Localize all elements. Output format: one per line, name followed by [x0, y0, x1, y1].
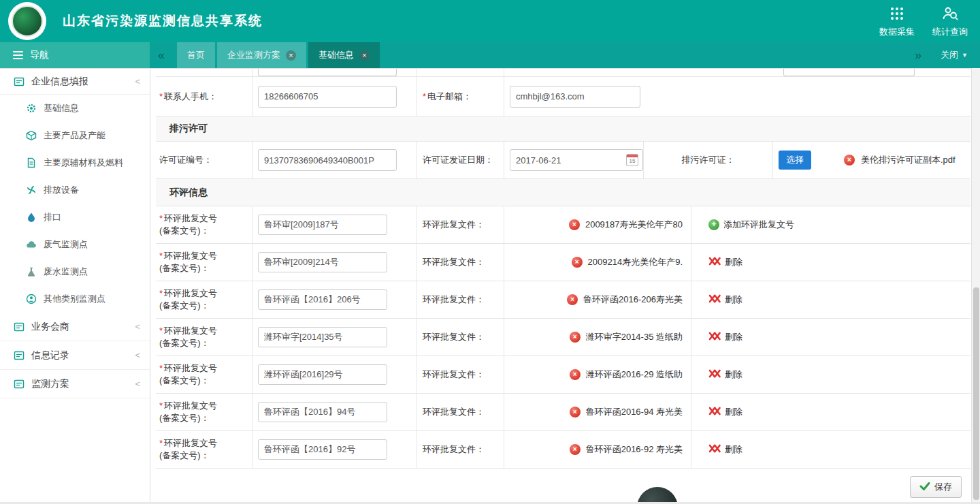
delete-label: 删除 — [725, 443, 742, 456]
calendar-icon[interactable]: 15 — [626, 154, 638, 166]
remove-file-icon[interactable]: × — [569, 219, 580, 230]
tab-enterprise-plan[interactable]: 企业监测方案 × — [217, 42, 306, 68]
eia-file-link[interactable]: 潍环审字2014-35 造纸助 — [586, 331, 683, 343]
tab-home[interactable]: 首页 — [177, 42, 215, 68]
tabs-scroll-left-icon[interactable]: « — [158, 42, 165, 68]
eia-file-label: 环评批复文件： — [423, 219, 485, 231]
eia-label-line2: (备案文号)： — [159, 337, 217, 349]
eia-label-line1: 环评批复文号 — [164, 213, 217, 223]
sidebar-group-enterprise-report[interactable]: 企业信息填报 < — [0, 69, 150, 95]
sidebar-group-info-record[interactable]: 信息记录 < — [0, 341, 150, 370]
scrollbar-thumb[interactable] — [973, 287, 979, 500]
delete-row-button[interactable]: 删除 — [708, 368, 742, 381]
cell: 删除 — [691, 431, 970, 468]
eia-file-link[interactable]: 鲁环评函2016-92 寿光美 — [586, 443, 683, 456]
eia-file-label: 环评批复文件： — [423, 406, 485, 418]
item-label: 废水监测点 — [44, 266, 88, 278]
delete-row-button[interactable]: 删除 — [708, 256, 742, 268]
cell: 2017-06-21 15 — [504, 142, 644, 178]
remove-file-icon[interactable]: × — [567, 294, 578, 305]
close-tab-icon[interactable]: × — [286, 50, 296, 61]
sidebar-item-gas-points[interactable]: 废气监测点 — [0, 231, 150, 258]
person-circle-icon — [26, 294, 37, 304]
required-mark: * — [159, 288, 163, 298]
delete-row-button[interactable]: 删除 — [708, 331, 742, 343]
sidebar-group-monitor-plan[interactable]: 监测方案 < — [0, 370, 150, 398]
nav-label: 导航 — [30, 49, 49, 61]
remove-file-icon[interactable]: × — [570, 332, 581, 343]
remove-file-icon[interactable]: × — [570, 444, 581, 455]
eia-section-title: 环评信息 — [156, 179, 970, 206]
eia-file-link[interactable]: 2009214寿光美伦年产9. — [588, 256, 683, 268]
delete-x-icon — [708, 256, 721, 268]
chevron-left-icon: < — [135, 350, 140, 360]
delete-row-button[interactable]: 删除 — [708, 443, 742, 456]
eia-doc-label: *环评批复文号 (备案文号)： — [159, 325, 217, 349]
close-tab-icon[interactable]: × — [359, 50, 370, 61]
permit-no-input[interactable] — [258, 149, 397, 171]
remove-file-icon[interactable]: × — [572, 257, 583, 268]
close-menu-button[interactable]: 关闭 ▼ — [941, 49, 968, 61]
remove-file-icon[interactable]: × — [570, 407, 581, 418]
sidebar-item-other-points[interactable]: 其他类别监测点 — [0, 285, 150, 313]
cell: × 潍环审字2014-35 造纸助 — [504, 319, 691, 356]
eia-doc-input[interactable] — [258, 364, 387, 385]
chevron-left-icon: < — [135, 321, 140, 332]
delete-label: 删除 — [725, 256, 742, 268]
sidebar-item-outlet[interactable]: 排口 — [0, 204, 150, 231]
tabs-scroll-right-icon[interactable]: » — [915, 48, 921, 63]
eia-row: *环评批复文号 (备案文号)： 环评批复文件： × 鲁环评函2016-206寿光… — [156, 281, 970, 319]
sidebar-item-water-points[interactable]: 废水监测点 — [0, 258, 150, 285]
eia-doc-input[interactable] — [258, 215, 387, 235]
delete-x-icon — [708, 331, 721, 343]
sidebar-group-business-consult[interactable]: 业务会商 < — [0, 313, 150, 341]
tab-basic-info[interactable]: 基础信息 × — [308, 42, 380, 68]
eia-file-link[interactable]: 2009187寿光美伦年产80 — [585, 219, 683, 231]
email-input[interactable] — [510, 86, 640, 108]
cell: 环评批复文件： — [417, 206, 504, 243]
required-mark: * — [159, 213, 163, 223]
scrollbar[interactable] — [971, 68, 980, 504]
cell: 环评批复文件： — [417, 394, 504, 430]
eia-doc-input[interactable] — [258, 439, 387, 460]
eia-doc-input[interactable] — [258, 327, 387, 347]
select-file-button[interactable]: 选择 — [779, 151, 811, 170]
contact-phone-input[interactable] — [258, 86, 397, 108]
delete-row-button[interactable]: 删除 — [708, 406, 742, 418]
cell — [252, 431, 417, 468]
eia-file-link[interactable]: 鲁环评函2016-206寿光美 — [583, 294, 683, 306]
partial-input[interactable] — [783, 69, 915, 76]
eia-doc-input[interactable] — [258, 402, 387, 422]
add-label: 添加环评批复文号 — [723, 219, 794, 231]
group-label: 信息记录 — [31, 349, 69, 362]
save-button[interactable]: 保存 — [910, 476, 962, 498]
add-eia-row-button[interactable]: + 添加环评批复文号 — [708, 219, 794, 231]
cell: *环评批复文号 (备案文号)： — [156, 431, 252, 468]
eia-doc-input[interactable] — [258, 289, 387, 310]
data-collection-button[interactable]: 数据采集 — [879, 6, 915, 38]
delete-row-button[interactable]: 删除 — [708, 294, 742, 306]
eia-file-link[interactable]: 潍环评函2016-29 造纸助 — [586, 368, 683, 381]
sidebar-item-materials[interactable]: 主要原辅材料及燃料 — [0, 149, 150, 176]
sidebar-item-basic-info[interactable]: 基础信息 — [0, 95, 150, 122]
permit-file-link[interactable]: 美伦排污许可证副本.pdf — [861, 154, 956, 166]
cell — [252, 244, 417, 281]
partial-input[interactable] — [258, 69, 397, 76]
remove-file-icon[interactable]: × — [570, 369, 581, 380]
eia-label-line2: (备案文号)： — [159, 225, 217, 237]
app-title: 山东省污染源监测信息共享系统 — [63, 0, 263, 42]
eia-row: *环评批复文号 (备案文号)： 环评批复文件： × 鲁环评函2016-92 寿光… — [156, 431, 970, 469]
eia-doc-label: *环评批复文号 (备案文号)： — [159, 400, 217, 424]
nav-toggle[interactable]: 导航 — [0, 42, 150, 68]
eia-doc-input[interactable] — [258, 252, 387, 272]
eia-row: *环评批复文号 (备案文号)： 环评批复文件： × 潍环评函2016-29 造纸… — [156, 356, 970, 394]
cell: 选择 × 美伦排污许可证副本.pdf — [773, 142, 970, 178]
sidebar-item-emission-equipment[interactable]: 排放设备 — [0, 176, 150, 204]
issue-date-input[interactable]: 2017-06-21 15 — [510, 149, 643, 171]
remove-file-icon[interactable]: × — [844, 155, 855, 166]
group-label: 监测方案 — [31, 378, 69, 390]
sidebar-item-products[interactable]: 主要产品及产能 — [0, 122, 150, 149]
stats-query-button[interactable]: 统计查询 — [932, 6, 968, 38]
eia-file-link[interactable]: 鲁环评函2016-94 寿光美 — [586, 406, 683, 418]
caret-down-icon: ▼ — [962, 52, 968, 59]
